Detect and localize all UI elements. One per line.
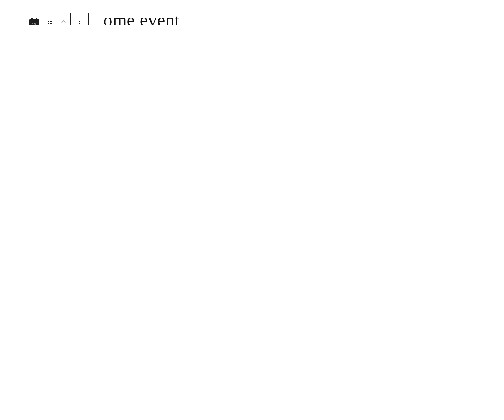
block-toolbar: 12 — [25, 13, 89, 25]
drag-icon — [47, 21, 53, 25]
more-options-button[interactable] — [71, 13, 88, 25]
kebab-icon — [79, 21, 80, 25]
drag-handle[interactable] — [43, 13, 57, 25]
chevrons-icon — [61, 20, 66, 25]
block-type-button[interactable]: 12 — [25, 13, 43, 25]
post-title-fragment[interactable]: ome event — [103, 9, 180, 25]
move-buttons[interactable] — [57, 13, 70, 25]
calendar-icon: 12 — [29, 19, 39, 25]
